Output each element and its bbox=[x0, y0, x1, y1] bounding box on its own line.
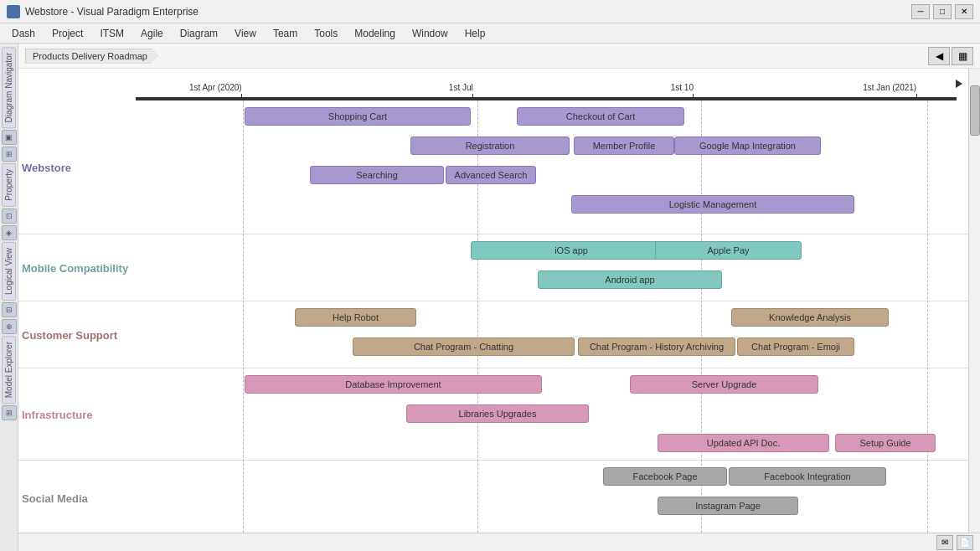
menu-diagram[interactable]: Diagram bbox=[172, 26, 226, 41]
scrollbar-thumb[interactable] bbox=[970, 85, 980, 136]
gantt-bar-updated-api-doc.[interactable]: Updated API Doc. bbox=[658, 434, 829, 452]
gantt-bar-apple-pay[interactable]: Apple Pay bbox=[655, 241, 802, 260]
scrollbar-area bbox=[968, 69, 980, 533]
sidebar-label-diagram-navigator[interactable]: Diagram Navigator bbox=[2, 47, 16, 128]
gantt-bar-logistic-management[interactable]: Logistic Management bbox=[571, 195, 854, 214]
breadcrumb-tab[interactable]: Products Delivery Roadmap bbox=[25, 49, 158, 64]
bottom-bar: ✉ 📄 bbox=[18, 533, 980, 551]
sidebar-icon-2[interactable]: ⊞ bbox=[2, 147, 17, 162]
menu-dash[interactable]: Dash bbox=[3, 26, 44, 41]
gantt-bar-searching[interactable]: Searching bbox=[310, 166, 444, 184]
timeline-marker-label: 1st 10 bbox=[671, 83, 694, 92]
gantt-bar-ios-app[interactable]: iOS app bbox=[471, 241, 672, 260]
menu-itsm[interactable]: ITSM bbox=[91, 26, 132, 41]
menu-agile[interactable]: Agile bbox=[132, 26, 172, 41]
title-bar-text: Webstore - Visual Paradigm Enterprise bbox=[25, 6, 911, 18]
breadcrumb-bar: Products Delivery Roadmap ◀ ▦ bbox=[18, 44, 980, 69]
breadcrumb-label: Products Delivery Roadmap bbox=[33, 51, 147, 61]
gantt-bar-facebook-integration[interactable]: Facebook Integration bbox=[729, 467, 886, 486]
gantt-bar-chat-program---chatting[interactable]: Chat Program - Chatting bbox=[353, 337, 575, 356]
timeline-marker: 1st 10 bbox=[693, 94, 694, 99]
gantt-bar-server-upgrade[interactable]: Server Upgrade bbox=[630, 375, 818, 394]
close-button[interactable]: ✕ bbox=[955, 4, 973, 19]
timeline-marker: 1st Jul bbox=[472, 94, 473, 99]
timeline-marker: 1st Jan (2021) bbox=[916, 94, 917, 99]
forward-button[interactable]: ▦ bbox=[952, 47, 973, 65]
swimlane-label-2: Customer Support bbox=[22, 328, 135, 341]
swimlane-infrastructure: InfrastructureDatabase ImprovementServer… bbox=[18, 368, 968, 461]
timeline-marker-label: 1st Apr (2020) bbox=[189, 83, 242, 92]
gantt-bar-advanced-search[interactable]: Advanced Search bbox=[446, 166, 536, 184]
sidebar-icon-7[interactable]: ⊞ bbox=[2, 405, 17, 420]
sidebar-label-property[interactable]: Property bbox=[2, 163, 16, 207]
sidebar-label-model-explorer[interactable]: Model Explorer bbox=[2, 336, 16, 404]
gantt-bar-facebook-page[interactable]: Facebook Page bbox=[603, 467, 727, 486]
swimlane-label-4: Social Media bbox=[22, 492, 135, 504]
diagram-area: 1st Apr (2020)1st Jul1st 101st Jan (2021… bbox=[18, 69, 980, 533]
email-icon[interactable]: ✉ bbox=[936, 535, 953, 550]
sidebar-icon-4[interactable]: ◈ bbox=[2, 225, 17, 240]
back-button[interactable]: ◀ bbox=[928, 47, 950, 65]
gantt-bar-shopping-cart[interactable]: Shopping Cart bbox=[245, 107, 471, 126]
gantt-bar-libraries-upgrades[interactable]: Libraries Upgrades bbox=[406, 404, 589, 423]
gantt-bar-member-profile[interactable]: Member Profile bbox=[574, 136, 674, 155]
menu-modeling[interactable]: Modeling bbox=[346, 26, 404, 41]
swimlane-label-1: Mobile Compatibility bbox=[22, 261, 135, 274]
timeline: 1st Apr (2020)1st Jul1st 101st Jan (2021… bbox=[136, 69, 957, 100]
swimlane-social-media: Social MediaFacebook PageFacebook Integr… bbox=[18, 461, 968, 533]
title-bar-controls: ─ □ ✕ bbox=[911, 4, 973, 19]
timeline-marker-label: 1st Jan (2021) bbox=[863, 83, 916, 92]
gantt-bar-instagram-page[interactable]: Instagram Page bbox=[658, 497, 798, 515]
gantt-bar-checkout-of-cart[interactable]: Checkout of Cart bbox=[517, 107, 684, 126]
gantt-bar-knowledge-analysis[interactable]: Knowledge Analysis bbox=[731, 308, 889, 327]
menu-window[interactable]: Window bbox=[404, 26, 456, 41]
main-layout: Diagram Navigator ▣ ⊞ Property ⊡ ◈ Logic… bbox=[0, 44, 980, 551]
menu-project[interactable]: Project bbox=[44, 26, 91, 41]
menu-tools[interactable]: Tools bbox=[306, 26, 346, 41]
sidebar-icon-6[interactable]: ⊕ bbox=[2, 319, 17, 334]
swimlane-mobile-compatibility: Mobile CompatibilityiOS appApple PayAndr… bbox=[18, 234, 968, 301]
minimize-button[interactable]: ─ bbox=[911, 4, 930, 19]
gantt-bar-setup-guide[interactable]: Setup Guide bbox=[835, 434, 936, 452]
doc-icon[interactable]: 📄 bbox=[957, 535, 973, 550]
menu-bar: Dash Project ITSM Agile Diagram View Tea… bbox=[0, 23, 980, 44]
swimlane-webstore: WebstoreShopping CartCheckout of CartReg… bbox=[18, 100, 968, 234]
title-bar: Webstore - Visual Paradigm Enterprise ─ … bbox=[0, 0, 980, 23]
left-sidebar: Diagram Navigator ▣ ⊞ Property ⊡ ◈ Logic… bbox=[0, 44, 18, 551]
gantt-bar-android-app[interactable]: Android app bbox=[538, 270, 722, 289]
swimlane-customer-support: Customer SupportHelp RobotKnowledge Anal… bbox=[18, 301, 968, 368]
gantt-bar-database-improvement[interactable]: Database Improvement bbox=[245, 375, 542, 394]
timeline-marker-label: 1st Jul bbox=[449, 83, 473, 92]
sidebar-icon-3[interactable]: ⊡ bbox=[2, 209, 17, 224]
menu-team[interactable]: Team bbox=[265, 26, 306, 41]
sidebar-label-logical-view[interactable]: Logical View bbox=[2, 242, 16, 301]
content-area: Products Delivery Roadmap ◀ ▦ 1st Apr (2… bbox=[18, 44, 980, 551]
sidebar-icon-1[interactable]: ▣ bbox=[2, 130, 17, 145]
gantt-bar-google-map-integration[interactable]: Google Map Integration bbox=[674, 136, 821, 155]
app-icon bbox=[7, 5, 20, 18]
swimlane-label-3: Infrastructure bbox=[22, 408, 135, 420]
menu-view[interactable]: View bbox=[226, 26, 265, 41]
gantt-bar-registration[interactable]: Registration bbox=[410, 136, 570, 155]
timeline-marker: 1st Apr (2020) bbox=[241, 94, 242, 99]
menu-help[interactable]: Help bbox=[456, 26, 494, 41]
gantt-bar-chat-program---emoji[interactable]: Chat Program - Emoji bbox=[737, 337, 854, 356]
gantt-wrapper: 1st Apr (2020)1st Jul1st 101st Jan (2021… bbox=[18, 69, 968, 533]
swimlane-label-0: Webstore bbox=[22, 161, 135, 173]
sidebar-icon-5[interactable]: ⊟ bbox=[2, 302, 17, 317]
breadcrumb-actions: ◀ ▦ bbox=[928, 47, 973, 65]
maximize-button[interactable]: □ bbox=[933, 4, 952, 19]
gantt-bar-help-robot[interactable]: Help Robot bbox=[295, 308, 416, 327]
gantt-bar-chat-program---history-archivi[interactable]: Chat Program - History Archiving bbox=[578, 337, 735, 356]
